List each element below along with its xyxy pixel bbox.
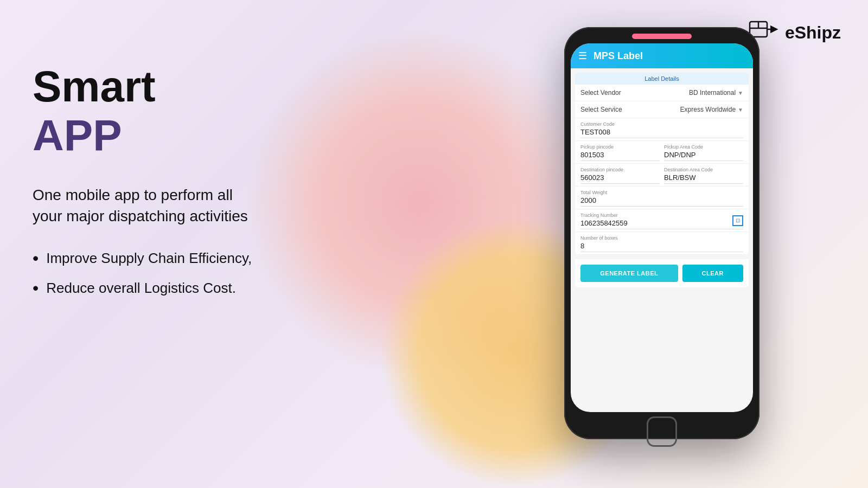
destination-row: Destination pincode 560023 Destination A… [575,164,749,187]
number-of-boxes-value[interactable]: 8 [580,242,743,252]
pickup-pincode-value[interactable]: 801503 [580,151,660,161]
customer-code-row: Customer Code TEST008 [575,118,749,141]
phone-home-button[interactable] [647,416,677,447]
logo-area: eShipz [747,16,841,49]
app-title: MPS Label [593,50,643,62]
number-of-boxes-label: Number of boxes [580,235,743,241]
generate-label-button[interactable]: GENERATE LABEL [580,265,678,282]
feature-item-2: Reduce overall Logistics Cost. [33,278,347,298]
headline-line1: Smart [33,65,347,108]
destination-area-code-value[interactable]: BLR/BSW [664,174,743,184]
destination-area-code-group: Destination Area Code BLR/BSW [664,167,743,184]
total-weight-value[interactable]: 2000 [580,196,743,207]
pickup-pincode-label: Pickup pincode [580,144,660,150]
tracking-number-value[interactable]: 106235842559 [580,219,743,229]
app-header: ☰ MPS Label [571,43,753,68]
total-weight-label: Total Weight [580,190,743,195]
select-service-value: Express Worldwide ▼ [680,106,743,113]
headline-line2: APP [33,114,347,157]
tracking-number-label: Tracking Number [580,213,743,218]
destination-area-code-label: Destination Area Code [664,167,743,172]
tracking-number-row: Tracking Number 106235842559 ⊡ [575,209,749,232]
form-section-title: Label Details [575,73,749,85]
pickup-area-code-label: Pickup Area Code [664,144,743,150]
feature-list: Improve Supply Chain Efficiency, Reduce … [33,248,347,298]
chevron-down-icon: ▼ [738,90,743,96]
number-of-boxes-row: Number of boxes 8 [575,232,749,255]
phone-screen: ☰ MPS Label Label Details Select Vendor … [571,43,753,412]
hero-subtitle: One mobile app to perform all your major… [33,184,347,227]
customer-code-label: Customer Code [580,121,743,127]
clear-button[interactable]: CLEAR [682,265,744,282]
pickup-pincode-group: Pickup pincode 801503 [580,144,660,161]
hamburger-icon[interactable]: ☰ [578,50,587,62]
customer-code-value[interactable]: TEST008 [580,128,743,138]
pickup-area-code-value[interactable]: DNP/DNP [664,151,743,161]
chevron-down-icon-2: ▼ [738,107,743,113]
scan-barcode-icon[interactable]: ⊡ [732,215,743,226]
brand-name: eShipz [785,23,841,43]
select-service-row[interactable]: Select Service Express Worldwide ▼ [575,101,749,118]
select-vendor-label: Select Vendor [580,89,621,97]
select-vendor-row[interactable]: Select Vendor BD International ▼ [575,85,749,101]
destination-pincode-label: Destination pincode [580,167,660,172]
phone-outer-body: ☰ MPS Label Label Details Select Vendor … [564,27,760,439]
phone-mockup: ☰ MPS Label Label Details Select Vendor … [564,27,760,450]
select-vendor-value: BD International ▼ [689,89,743,97]
form-buttons: GENERATE LABEL CLEAR [575,259,749,287]
phone-notch [632,34,692,39]
select-service-label: Select Service [580,106,622,113]
total-weight-row: Total Weight 2000 [575,187,749,209]
destination-pincode-value[interactable]: 560023 [580,174,660,184]
pickup-area-code-group: Pickup Area Code DNP/DNP [664,144,743,161]
destination-pincode-group: Destination pincode 560023 [580,167,660,184]
hero-content: Smart APP One mobile app to perform all … [33,65,347,308]
label-form: Label Details Select Vendor BD Internati… [575,73,749,255]
pickup-row: Pickup pincode 801503 Pickup Area Code D… [575,141,749,164]
feature-item-1: Improve Supply Chain Efficiency, [33,248,347,268]
